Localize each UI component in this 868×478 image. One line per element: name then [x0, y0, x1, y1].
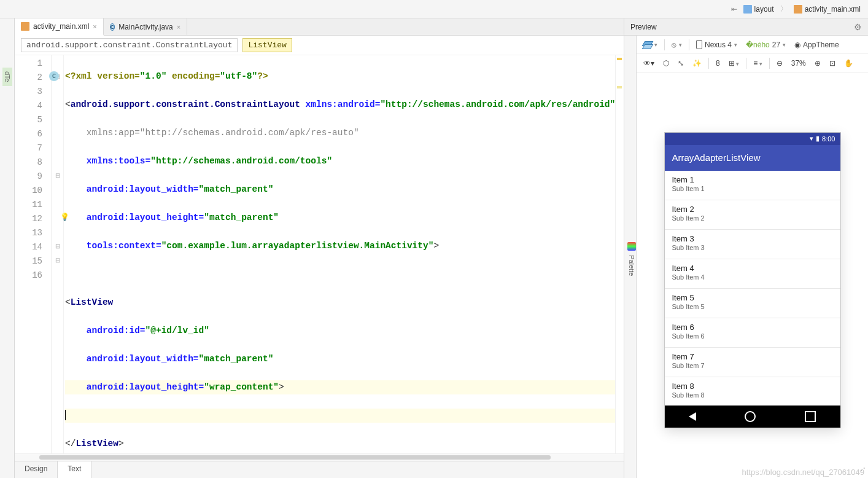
crumb-folder-label: layout: [754, 5, 774, 14]
list-item: Item 3Sub Item 3: [665, 230, 840, 259]
list-item: Item 8Sub Item 8: [665, 377, 840, 406]
left-tool-strip: dTe: [0, 18, 15, 478]
list-item: Item 4Sub Item 4: [665, 259, 840, 289]
api-label: 27: [772, 41, 780, 49]
tab-design[interactable]: Design: [15, 461, 58, 478]
battery-icon: ▮: [816, 135, 820, 143]
app-bar: ArrayAdapterListView: [665, 145, 840, 171]
palette-tab[interactable]: Palette: [624, 36, 637, 478]
tab-label: activity_main.xml: [33, 22, 89, 31]
crumb-file-label: activity_main.xml: [805, 5, 861, 14]
left-tool-tab[interactable]: dTe: [2, 68, 12, 86]
design-surface[interactable]: ▾ ▮ 8:00 ArrayAdapterListView Item 1Sub …: [637, 72, 868, 478]
app-title: ArrayAdapterListView: [672, 152, 761, 163]
status-time: 8:00: [822, 135, 835, 143]
device-label: Nexus 4: [705, 41, 732, 49]
list-item: Item 1Sub Item 1: [665, 171, 840, 200]
api-selector[interactable]: �ného 27: [744, 40, 788, 50]
tab-main-activity[interactable]: C MainActivity.java ×: [104, 18, 187, 35]
close-icon[interactable]: ×: [177, 23, 180, 31]
tab-label: MainActivity.java: [118, 23, 172, 31]
status-bar: ▾ ▮ 8:00: [665, 133, 840, 145]
nav-home-icon: [745, 411, 756, 422]
preview-toolbar-2: 👁▾ ⬡ ⤡ ✨ 8 ⊞ ≡ ⊖ 37% ⊕ ⊡ ✋: [637, 54, 868, 72]
file-tabs: activity_main.xml × C MainActivity.java …: [15, 18, 624, 36]
list-item: Item 5Sub Item 5: [665, 289, 840, 318]
scrollbar-thumb[interactable]: [39, 455, 551, 460]
pan-icon[interactable]: ✋: [842, 58, 855, 68]
crumb-constraintlayout[interactable]: android.support.constraint.ConstraintLay…: [21, 38, 238, 52]
class-gutter-icon[interactable]: C: [49, 71, 59, 81]
warning-marker[interactable]: [617, 86, 622, 88]
code-editor[interactable]: 1 2 3 4 5 6 7 8 9 10 11 12 13 14 15 16 C…: [15, 55, 624, 453]
fold-toggle[interactable]: ⊟: [52, 239, 63, 253]
align-dropdown[interactable]: ≡: [751, 58, 764, 68]
list-item: Item 6Sub Item 6: [665, 318, 840, 348]
xml-file-icon: [794, 5, 802, 14]
orientation-dropdown[interactable]: ⦸: [670, 40, 684, 50]
preview-header: Preview ⚙: [624, 18, 868, 36]
list-view: Item 1Sub Item 1 Item 2Sub Item 2 Item 3…: [665, 171, 840, 406]
preview-title: Preview: [630, 23, 657, 31]
list-item: Item 2Sub Item 2: [665, 200, 840, 230]
list-item: Item 7Sub Item 7: [665, 348, 840, 377]
java-file-icon: C: [110, 23, 115, 31]
editor-breadcrumb: android.support.constraint.ConstraintLay…: [15, 36, 624, 55]
zoom-label: 37%: [789, 58, 808, 68]
zoom-in-icon[interactable]: ⊕: [813, 58, 823, 68]
nav-recent-icon: [805, 411, 816, 422]
crumb-listview[interactable]: ListView: [242, 38, 292, 52]
default-margin[interactable]: 8: [714, 58, 722, 68]
folder-icon: [743, 5, 752, 14]
orientation-icon: ⦸: [672, 41, 676, 49]
nav-bar: [665, 406, 840, 428]
fold-toggle[interactable]: ⊟: [52, 253, 63, 267]
design-surface-dropdown[interactable]: [641, 40, 659, 50]
gear-icon[interactable]: ⚙: [854, 22, 862, 32]
tab-activity-main[interactable]: activity_main.xml ×: [15, 18, 104, 36]
tab-text[interactable]: Text: [58, 461, 91, 478]
zoom-fit-icon[interactable]: ⊡: [827, 58, 837, 68]
phone-icon: [696, 40, 702, 49]
autoconnect-icon[interactable]: ⤡: [676, 58, 686, 68]
crumb-file[interactable]: activity_main.xml: [790, 4, 864, 15]
margin-dropdown[interactable]: ⊞: [727, 58, 742, 68]
zoom-out-icon[interactable]: ⊖: [775, 58, 785, 68]
line-number-gutter: 1 2 3 4 5 6 7 8 9 10 11 12 13 14 15 16 C…: [15, 55, 52, 453]
marker-strip[interactable]: [615, 55, 624, 453]
fold-gutter: ⊟ ⊟ ⊟ ⊟: [52, 55, 64, 453]
collapse-icon[interactable]: ⇤: [731, 5, 737, 14]
device-selector[interactable]: Nexus 4: [694, 39, 739, 50]
horizontal-scrollbar[interactable]: [15, 453, 624, 461]
editor-mode-tabs: Design Text: [15, 461, 624, 478]
close-icon[interactable]: ×: [93, 23, 96, 30]
fold-toggle[interactable]: ⊟: [52, 168, 63, 182]
preview-toolbar-1: ⦸ Nexus 4 �ného 27 ◉AppTheme: [637, 36, 868, 54]
project-breadcrumb: ⇤ layout 〉 activity_main.xml: [0, 0, 868, 18]
theme-selector[interactable]: ◉AppTheme: [792, 40, 841, 50]
magnet-icon[interactable]: ⬡: [661, 58, 671, 68]
wifi-icon: ▾: [810, 135, 813, 143]
layers-icon: [643, 41, 652, 49]
wand-icon[interactable]: ✨: [691, 58, 703, 68]
text-caret: [65, 410, 66, 420]
crumb-separator: 〉: [780, 4, 788, 14]
nav-back-icon: [689, 412, 696, 421]
palette-icon: [627, 242, 636, 251]
code-text[interactable]: <?xml version="1.0" encoding="utf-8"?> <…: [64, 55, 615, 453]
theme-label: AppTheme: [803, 41, 839, 49]
eye-icon[interactable]: 👁▾: [641, 58, 656, 68]
watermark-text: https://blog.csdn.net/qq_27061049: [742, 468, 865, 477]
device-frame: ▾ ▮ 8:00 ArrayAdapterListView Item 1Sub …: [665, 133, 840, 428]
theme-icon: ◉: [794, 41, 800, 49]
xml-file-icon: [21, 22, 29, 31]
palette-label: Palette: [628, 255, 635, 276]
crumb-folder[interactable]: layout: [740, 4, 778, 15]
android-icon: �ného: [746, 41, 770, 49]
warning-marker[interactable]: [617, 58, 622, 60]
